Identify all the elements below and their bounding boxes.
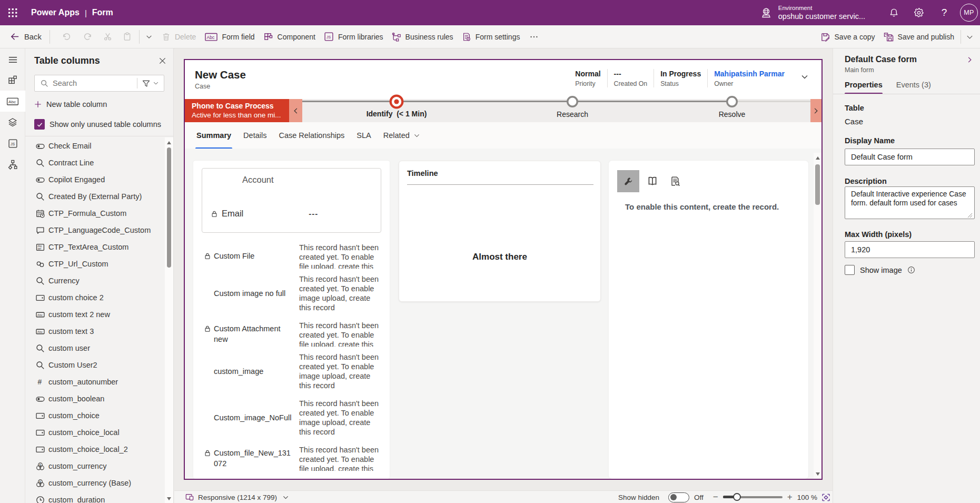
- list-item[interactable]: custom_currency: [25, 458, 165, 475]
- rail-components-button[interactable]: [0, 70, 25, 91]
- scroll-up-icon[interactable]: [815, 155, 820, 161]
- field-row-custom-file[interactable]: Custom File This record hasn't been crea…: [193, 243, 390, 269]
- list-item[interactable]: Currency: [25, 272, 165, 289]
- tab-sla[interactable]: SLA: [357, 131, 371, 140]
- list-item[interactable]: Created By (External Party): [25, 188, 165, 205]
- list-item[interactable]: custom_choice_local: [25, 424, 165, 441]
- bpf-process-box[interactable]: Phone to Case Process Active for less th…: [185, 99, 289, 122]
- doc-search-tool-button[interactable]: [664, 170, 686, 192]
- scroll-down-icon[interactable]: [166, 496, 172, 501]
- list-item[interactable]: custom_currency (Base): [25, 475, 165, 491]
- delete-button[interactable]: Delete: [158, 25, 200, 48]
- collapse-panel-button[interactable]: [966, 56, 974, 64]
- show-image-checkbox-row[interactable]: Show image: [845, 265, 915, 275]
- notifications-button[interactable]: [881, 0, 906, 25]
- wrench-tool-button[interactable]: [617, 170, 639, 192]
- scroll-up-icon[interactable]: [166, 140, 172, 145]
- back-button[interactable]: Back: [7, 25, 45, 48]
- rail-table-columns-button[interactable]: [0, 91, 25, 112]
- rail-menu-button[interactable]: [0, 49, 25, 70]
- show-unused-checkbox[interactable]: Show only unused table columns: [34, 119, 161, 130]
- field-row-custom-attachment-new[interactable]: Custom Attachment new This record hasn't…: [193, 321, 390, 347]
- list-item[interactable]: Copilot Engaged: [25, 171, 165, 188]
- form-canvas[interactable]: New Case Case Normal Priority --- Create…: [184, 59, 823, 480]
- rail-business-rules-button[interactable]: [0, 154, 25, 175]
- list-item[interactable]: Custom User2: [25, 357, 165, 373]
- zoom-out-button[interactable]: −: [713, 492, 718, 502]
- avatar[interactable]: MP: [960, 4, 978, 22]
- tab-events[interactable]: Events (3): [896, 81, 931, 94]
- help-button[interactable]: ?: [932, 0, 957, 25]
- header-field-created-on[interactable]: --- Created On: [608, 69, 655, 87]
- tab-details[interactable]: Details: [243, 131, 266, 140]
- list-item[interactable]: custom text 3: [25, 323, 165, 340]
- app-name[interactable]: Power Apps: [31, 8, 80, 17]
- filter-button[interactable]: [137, 75, 164, 91]
- tab-summary[interactable]: Summary: [196, 131, 231, 140]
- paste-button[interactable]: [118, 25, 136, 48]
- redo-button[interactable]: [78, 25, 97, 48]
- list-item[interactable]: custom_choice_local_2: [25, 441, 165, 458]
- form-settings-button[interactable]: Form settings: [458, 25, 524, 48]
- cut-button[interactable]: [98, 25, 117, 48]
- field-row-custom-image[interactable]: custom_image This record hasn't been cre…: [193, 352, 390, 390]
- search-input[interactable]: [53, 79, 137, 87]
- form-libraries-button[interactable]: Form libraries: [320, 25, 387, 48]
- save-and-publish-button[interactable]: Save and publish: [880, 25, 958, 48]
- rail-tree-view-button[interactable]: [0, 112, 25, 133]
- list-item[interactable]: CTP_Formula_Custom: [25, 205, 165, 222]
- checkbox-checked[interactable]: [34, 119, 45, 130]
- description-textarea[interactable]: [845, 186, 975, 219]
- tab-case-relationships[interactable]: Case Relationships: [279, 131, 344, 140]
- form-field-button[interactable]: Form field: [201, 25, 258, 48]
- scrollbar-thumb[interactable]: [815, 164, 820, 205]
- display-name-input[interactable]: [845, 149, 975, 165]
- list-item[interactable]: custom_autonumber: [25, 373, 165, 390]
- checkbox-unchecked[interactable]: [845, 265, 855, 275]
- canvas-scrollbar[interactable]: [814, 153, 821, 479]
- bpf-prev-button[interactable]: [289, 99, 302, 122]
- zoom-slider[interactable]: [723, 496, 783, 498]
- bpf-stage-identify[interactable]: Identify (< 1 Min): [389, 94, 404, 109]
- fit-screen-icon[interactable]: [821, 493, 830, 502]
- environment-picker[interactable]: Environment opshub customer servic...: [760, 0, 865, 25]
- max-width-input[interactable]: [845, 241, 975, 258]
- header-expand-button[interactable]: [800, 73, 809, 81]
- list-item[interactable]: custom_boolean: [25, 390, 165, 407]
- timeline-card[interactable]: Timeline Almost there: [399, 161, 601, 302]
- save-dropdown-button[interactable]: [964, 25, 976, 48]
- scrollbar-thumb[interactable]: [167, 147, 171, 268]
- panel-close-button[interactable]: [156, 54, 169, 67]
- waffle-menu-button[interactable]: [0, 0, 25, 25]
- tab-related[interactable]: Related: [383, 131, 420, 140]
- new-table-column-button[interactable]: New table column: [34, 100, 107, 109]
- list-item[interactable]: CTP_LanguageCode_Custom: [25, 222, 165, 239]
- list-item[interactable]: CTP_TextArea_Custom: [25, 239, 165, 255]
- tab-properties[interactable]: Properties: [845, 81, 883, 94]
- overflow-button[interactable]: [524, 25, 543, 48]
- knowledge-tool-button[interactable]: [641, 170, 664, 192]
- list-item[interactable]: custom_duration: [25, 491, 165, 503]
- business-rules-button[interactable]: Business rules: [388, 25, 457, 48]
- component-button[interactable]: Component: [260, 25, 319, 48]
- list-item[interactable]: CTP_Url_Custom: [25, 255, 165, 272]
- show-hidden-toggle[interactable]: [668, 492, 689, 502]
- list-item[interactable]: custom user: [25, 340, 165, 357]
- rail-form-libraries-button[interactable]: [0, 133, 25, 154]
- email-field-row[interactable]: Email ---: [211, 209, 373, 219]
- zoom-in-button[interactable]: +: [787, 492, 793, 502]
- undo-button[interactable]: [57, 25, 76, 48]
- field-row-custom-image-nofull[interactable]: Custom_image_NoFull This record hasn't b…: [193, 399, 390, 437]
- header-field-priority[interactable]: Normal Priority: [569, 69, 607, 87]
- bpf-stage-resolve[interactable]: Resolve: [726, 95, 738, 108]
- field-row-custom-image-no-full[interactable]: Custom image no full This record hasn't …: [193, 274, 390, 312]
- account-card[interactable]: Account Email ---: [202, 168, 381, 233]
- list-item[interactable]: custom_choice: [25, 407, 165, 424]
- list-item[interactable]: custom text 2 new: [25, 306, 165, 323]
- list-scrollbar[interactable]: [165, 137, 173, 503]
- responsive-selector[interactable]: Responsive (1214 x 799): [185, 491, 289, 503]
- field-row-custom-file-new[interactable]: Custom_file_New_131072 This record hasn'…: [193, 445, 390, 471]
- info-icon[interactable]: [907, 266, 915, 274]
- scroll-down-icon[interactable]: [815, 471, 820, 477]
- bpf-stage-research[interactable]: Research: [566, 95, 579, 108]
